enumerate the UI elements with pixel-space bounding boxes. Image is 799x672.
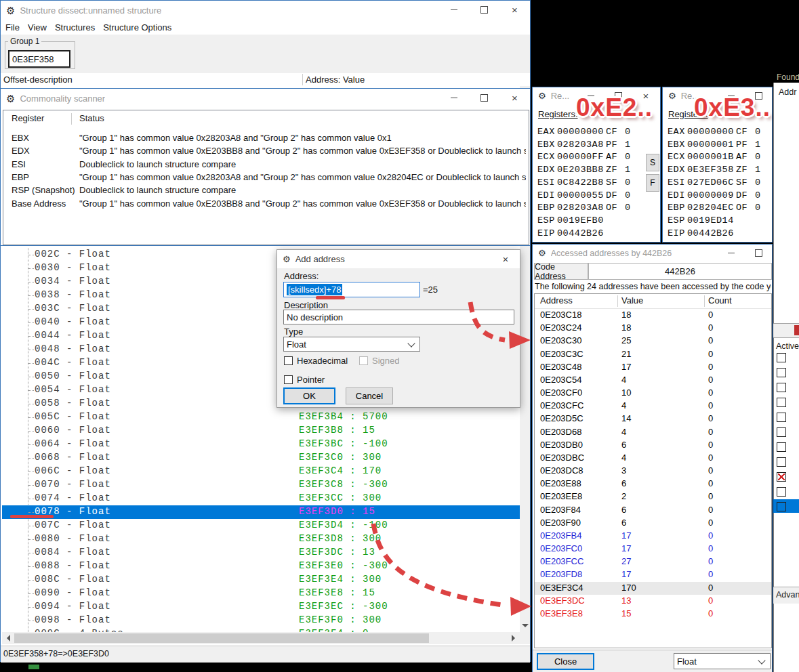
commonality-row[interactable]: EDX "Group 1" has common value 0xE203BB8… — [3, 145, 529, 158]
description-input[interactable] — [283, 310, 514, 324]
active-checkbox[interactable] — [777, 398, 786, 407]
float-button[interactable]: F — [646, 174, 659, 192]
accessed-address-row[interactable]: 0E203CFC 4 0 — [535, 400, 771, 413]
accessed-address-row[interactable]: 0E203C18 18 0 — [535, 309, 771, 322]
col-offset-description[interactable]: Offset-description — [3, 75, 73, 85]
group1-address-input[interactable] — [8, 50, 70, 68]
commonality-row[interactable]: EBP "Group 1" has common value 0x28203A8… — [3, 171, 529, 184]
struct-row[interactable]: 0074 - Float E3EF3CC : 300 — [2, 492, 520, 505]
scroll-down-button[interactable] — [520, 621, 530, 632]
struct-row[interactable]: 0064 - Float E3EF3BC : -100 — [2, 438, 520, 451]
scroll-left-button[interactable] — [2, 632, 14, 644]
accessed-address-row[interactable]: 0E203C24 18 0 — [535, 322, 771, 335]
code-address-input[interactable]: 442B26 — [588, 263, 772, 280]
accessed-address-row[interactable]: 0E203FC0 17 0 — [535, 543, 771, 555]
close-button[interactable]: × — [499, 89, 530, 107]
accessed-address-row[interactable]: 0E203FB4 17 0 — [535, 530, 771, 543]
struct-row[interactable]: 0070 - Float E3EF3C8 : -300 — [2, 478, 520, 492]
accessed-address-row[interactable]: 0E203EE8 2 0 — [535, 490, 771, 503]
active-checkbox[interactable] — [777, 487, 786, 497]
struct-row[interactable]: 007C - Float E3EF3D4 : -100 — [2, 519, 520, 532]
struct-row[interactable]: 009C - 4 Bytes E3EF3F4 : 0 — [2, 627, 520, 632]
ok-button[interactable]: OK — [283, 387, 335, 404]
advanced-options-band[interactable]: Advan — [773, 587, 799, 604]
cancel-button[interactable]: Cancel — [346, 387, 393, 404]
minimize-button[interactable] — [438, 89, 469, 107]
accessed-address-row[interactable]: 0E203C48 17 0 — [535, 361, 771, 374]
scan-button-band[interactable] — [773, 323, 799, 338]
maximize-button[interactable] — [469, 89, 499, 107]
commonality-row[interactable]: RSP (Snapshot) Doubleclick to launch str… — [3, 184, 529, 197]
minimize-button[interactable] — [718, 245, 745, 261]
minimize-button[interactable] — [438, 1, 469, 19]
scroll-right-button[interactable] — [508, 632, 520, 644]
struct-row[interactable]: 0090 - Float E3EF3E8 : 15 — [2, 587, 520, 600]
registers-link[interactable]: Registers: — [538, 109, 578, 119]
accessed-address-row[interactable]: 0E203E88 6 0 — [535, 478, 771, 490]
stack-button[interactable]: S — [646, 154, 659, 171]
active-checkbox[interactable] — [777, 472, 786, 482]
menu-structures[interactable]: Structures — [55, 22, 95, 33]
type-select[interactable]: Float — [283, 337, 420, 352]
accessed-address-row[interactable]: 0E203F90 6 0 — [535, 517, 771, 530]
active-checkbox[interactable] — [777, 442, 786, 452]
accessed-address-row[interactable]: 0E203F84 6 0 — [535, 504, 771, 517]
active-checkbox[interactable] — [777, 413, 786, 422]
accessed-address-row[interactable]: 0E203C3C 21 0 — [535, 348, 771, 361]
accessed-address-row[interactable]: 0E203DB0 6 0 — [535, 439, 771, 452]
hexadecimal-checkbox[interactable] — [284, 356, 293, 365]
horizontal-scrollbar[interactable] — [2, 632, 520, 644]
hscroll-thumb[interactable] — [14, 633, 429, 643]
struct-row[interactable]: 0098 - Float E3EF3F0 : 300 — [2, 614, 520, 627]
struct-row[interactable]: 0060 - Float E3EF3B8 : 15 — [2, 424, 520, 438]
commonality-row[interactable]: ESI Doubleclick to launch structure comp… — [3, 159, 529, 171]
struct-row[interactable]: 0080 - Float E3EF3D8 : 300 — [2, 532, 520, 546]
accessed-address-row[interactable]: 0E203FD8 17 0 — [535, 568, 771, 581]
active-checkbox[interactable] — [777, 353, 786, 362]
accessed-address-row[interactable]: 0E203C30 25 0 — [535, 335, 771, 348]
accessed-address-row[interactable]: 0E203FCC 27 0 — [535, 555, 771, 568]
commonality-row[interactable]: EBX "Group 1" has common value 0x28203A8… — [3, 132, 529, 145]
pointer-checkbox[interactable] — [284, 375, 293, 384]
struct-row[interactable]: 0078 - Float E3EF3D0 : 15 — [2, 505, 520, 519]
struct-row[interactable]: 006C - Float E3EF3C4 : 170 — [2, 465, 520, 478]
menu-file[interactable]: File — [5, 22, 20, 33]
struct-row[interactable]: 0084 - Float E3EF3DC : 13 — [2, 546, 520, 560]
struct-row[interactable]: 0088 - Float E3EF3E0 : -300 — [2, 560, 520, 573]
maximize-button[interactable] — [745, 245, 772, 261]
active-checkbox[interactable] — [777, 427, 786, 437]
accessed-address-row[interactable]: 0E3EF3C4 170 0 — [535, 582, 771, 595]
accessed-address-row[interactable]: 0E203D5C 14 0 — [535, 413, 771, 425]
accessed-address-row[interactable]: 0E3EF3DC 13 0 — [535, 595, 771, 608]
accessed-address-row[interactable]: 0E203CF0 10 0 — [535, 387, 771, 400]
struct-row[interactable]: 005C - Float E3EF3B4 : 5700 — [2, 411, 520, 424]
address-input[interactable]: [skillsedx]+78 — [283, 282, 420, 297]
accessed-address-row[interactable]: 0E203C54 4 0 — [535, 374, 771, 387]
struct-row[interactable]: 0068 - Float E3EF3C0 : 300 — [2, 451, 520, 465]
accessed-address-row[interactable]: 0E203DC8 3 0 — [535, 465, 771, 478]
menu-structure-options[interactable]: Structure Options — [103, 22, 171, 33]
commonality-row[interactable]: Base Address "Group 1" has common value … — [3, 198, 529, 211]
struct-row[interactable]: 0094 - Float E3EF3EC : -300 — [2, 600, 520, 614]
col-address-value[interactable]: Address: Value — [306, 75, 365, 85]
active-checkbox[interactable] — [777, 502, 786, 511]
accessed-address-row[interactable]: 0E203DBC 4 0 — [535, 452, 771, 465]
active-checkbox[interactable] — [777, 368, 786, 377]
col-address[interactable]: Address — [540, 295, 573, 306]
close-button[interactable]: Close — [537, 653, 594, 670]
col-status[interactable]: Status — [79, 113, 104, 123]
close-button[interactable]: × — [499, 1, 530, 19]
address-label: Address: — [284, 271, 319, 281]
accessed-address-row[interactable]: 0E3EF3E8 15 0 — [535, 608, 771, 621]
menu-view[interactable]: View — [28, 22, 47, 33]
active-checkbox[interactable] — [777, 383, 786, 392]
struct-row[interactable]: 008C - Float E3EF3E4 : 300 — [2, 573, 520, 587]
close-button[interactable]: × — [491, 250, 520, 268]
col-count[interactable]: Count — [708, 295, 732, 306]
col-register[interactable]: Register — [12, 113, 44, 123]
active-checkbox[interactable] — [777, 457, 786, 467]
value-type-select[interactable]: Float — [674, 653, 771, 669]
accessed-address-row[interactable]: 0E203D68 4 0 — [535, 426, 771, 439]
col-value[interactable]: Value — [621, 295, 643, 306]
maximize-button[interactable] — [469, 1, 499, 19]
